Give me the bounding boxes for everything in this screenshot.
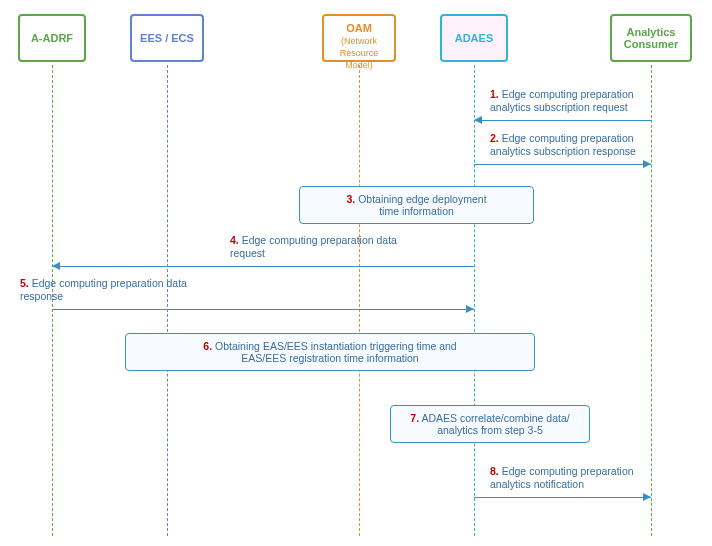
msg-text: Edge computing preparation analytics sub…	[490, 88, 634, 113]
actor-consumer: Analytics Consumer	[610, 14, 692, 62]
actor-label: Analytics Consumer	[614, 26, 688, 50]
msg5-arrow	[52, 309, 474, 310]
box-text: Obtaining EAS/EES instantiation triggeri…	[215, 340, 457, 364]
msg8-label: 8. Edge computing preparation analytics …	[490, 465, 634, 491]
box3: 3. Obtaining edge deployment time inform…	[299, 186, 534, 224]
msg1-label: 1. Edge computing preparation analytics …	[490, 88, 634, 114]
msg2-arrow	[474, 164, 651, 165]
msg8-arrow	[474, 497, 651, 498]
msg-text: Edge computing preparation data response	[20, 277, 187, 302]
box6: 6. Obtaining EAS/EES instantiation trigg…	[125, 333, 535, 371]
box-num: 6.	[203, 340, 212, 352]
actor-label: EES / ECS	[140, 32, 194, 44]
msg1-arrow	[474, 120, 651, 121]
msg1-head	[474, 116, 482, 124]
lifeline-oam	[359, 65, 360, 536]
box7: 7. ADAES correlate/combine data/ analyti…	[390, 405, 590, 443]
msg-text: Edge computing preparation analytics not…	[490, 465, 634, 490]
msg2-label: 2. Edge computing preparation analytics …	[490, 132, 636, 158]
msg-text: Edge computing preparation data request	[230, 234, 397, 259]
msg4-label: 4. Edge computing preparation data reque…	[230, 234, 397, 260]
msg8-head	[643, 493, 651, 501]
actor-label: OAM	[346, 22, 372, 34]
actor-adaes: ADAES	[440, 14, 508, 62]
actor-label: ADAES	[455, 32, 494, 44]
msg4-arrow	[52, 266, 474, 267]
msg5-head	[466, 305, 474, 313]
actor-ees-ecs: EES / ECS	[130, 14, 204, 62]
msg-num: 4.	[230, 234, 239, 246]
msg-num: 2.	[490, 132, 499, 144]
box-text: Obtaining edge deployment time informati…	[358, 193, 486, 217]
actor-oam: OAM (Network Resource Model)	[322, 14, 396, 62]
msg-num: 8.	[490, 465, 499, 477]
box-num: 3.	[346, 193, 355, 205]
actor-label: A-ADRF	[31, 32, 73, 44]
actor-aadrf: A-ADRF	[18, 14, 86, 62]
msg2-head	[643, 160, 651, 168]
msg4-head	[52, 262, 60, 270]
sequence-diagram: A-ADRF EES / ECS OAM (Network Resource M…	[10, 10, 702, 536]
box-num: 7.	[410, 412, 419, 424]
lifeline-adaes	[474, 65, 475, 536]
msg-text: Edge computing preparation analytics sub…	[490, 132, 636, 157]
msg-num: 1.	[490, 88, 499, 100]
lifeline-consumer	[651, 65, 652, 536]
box-text: ADAES correlate/combine data/ analytics …	[421, 412, 569, 436]
msg-num: 5.	[20, 277, 29, 289]
msg5-label: 5. Edge computing preparation data respo…	[20, 277, 187, 303]
